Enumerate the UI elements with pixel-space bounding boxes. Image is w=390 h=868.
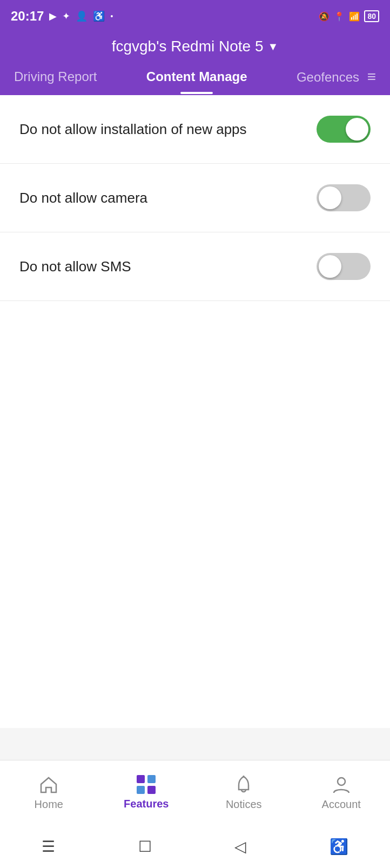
- bottom-nav-account[interactable]: Account: [293, 774, 391, 811]
- toggle-no-apps-thumb: [346, 118, 368, 141]
- menu-icon[interactable]: ≡: [367, 68, 376, 85]
- nav-tabs: Driving Report Content Manage Geofences …: [0, 63, 390, 95]
- toggle-no-camera-label: Do not allow camera: [19, 190, 147, 206]
- toggle-no-apps-label: Do not allow installation of new apps: [19, 121, 247, 138]
- toggle-no-sms-label: Do not allow SMS: [19, 258, 131, 275]
- device-title[interactable]: fcgvgb's Redmi Note 5 ▼: [0, 38, 390, 63]
- bottom-nav-home[interactable]: Home: [0, 774, 98, 811]
- toggle-no-apps[interactable]: [317, 116, 371, 143]
- status-time: 20:17: [11, 9, 44, 24]
- device-dropdown-arrow[interactable]: ▼: [268, 41, 279, 53]
- bluetooth-icon: ✦: [62, 10, 70, 22]
- bottom-nav-features-label: Features: [124, 798, 169, 810]
- bell-icon: [233, 774, 254, 795]
- system-nav-home-square[interactable]: ☐: [138, 838, 152, 856]
- bottom-nav-account-label: Account: [322, 798, 361, 811]
- bottom-nav-notices-label: Notices: [226, 798, 262, 811]
- wifi-icon: 📶: [349, 11, 360, 22]
- dot-icon: •: [110, 12, 113, 21]
- status-right: 🔕 📍 📶 80: [319, 10, 379, 22]
- youtube-icon: ▶: [49, 10, 57, 22]
- home-icon: [38, 774, 59, 795]
- toggle-row-no-apps: Do not allow installation of new apps: [0, 95, 390, 164]
- person-icon: 👤: [76, 10, 88, 22]
- toggle-row-no-sms: Do not allow SMS: [0, 232, 390, 301]
- person-icon: [331, 774, 352, 795]
- app-header: fcgvgb's Redmi Note 5 ▼ Driving Report C…: [0, 32, 390, 95]
- location-icon: 📍: [334, 11, 345, 22]
- status-left: 20:17 ▶ ✦ 👤 ♿ •: [11, 9, 113, 24]
- bottom-nav: Home Features Notices Account: [0, 760, 390, 825]
- svg-point-1: [338, 778, 345, 785]
- bottom-nav-features[interactable]: Features: [98, 775, 196, 810]
- system-nav-accessibility[interactable]: ♿: [330, 838, 348, 856]
- bottom-nav-notices[interactable]: Notices: [195, 774, 293, 811]
- accessibility-icon: ♿: [93, 10, 105, 22]
- main-content: Do not allow installation of new apps Do…: [0, 95, 390, 728]
- system-nav-back[interactable]: ◁: [234, 838, 246, 856]
- toggle-no-sms-thumb: [319, 255, 341, 278]
- tab-content-manage[interactable]: Content Manage: [138, 64, 256, 94]
- tab-driving-report[interactable]: Driving Report: [5, 64, 105, 94]
- status-bar: 20:17 ▶ ✦ 👤 ♿ • 🔕 📍 📶 80: [0, 0, 390, 32]
- system-nav-bar: ☰ ☐ ◁ ♿: [0, 825, 390, 868]
- system-nav-menu[interactable]: ☰: [42, 838, 55, 856]
- empty-content-area: [0, 301, 390, 728]
- toggle-no-camera[interactable]: [317, 184, 371, 211]
- tab-geofences[interactable]: Geofences ≡: [288, 63, 385, 95]
- toggle-no-camera-thumb: [319, 186, 341, 209]
- bottom-nav-home-label: Home: [35, 798, 63, 811]
- battery-icon: 80: [364, 10, 379, 22]
- mute-icon: 🔕: [319, 11, 330, 22]
- device-name-text: fcgvgb's Redmi Note 5: [112, 38, 264, 55]
- toggle-row-no-camera: Do not allow camera: [0, 164, 390, 232]
- toggle-no-sms[interactable]: [317, 253, 371, 280]
- features-icon: [137, 775, 156, 794]
